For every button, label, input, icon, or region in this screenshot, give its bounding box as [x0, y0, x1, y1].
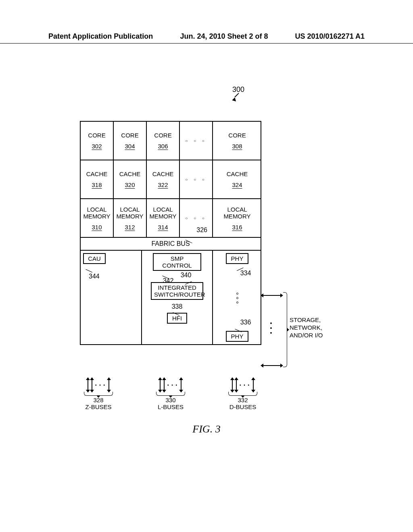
cache-322: CACHE322 — [147, 160, 180, 198]
header-center: Jun. 24, 2010 Sheet 2 of 8 — [180, 32, 268, 41]
col-phy: PHY 334 336 PHY — [213, 251, 261, 344]
header-right: US 2010/0162271 A1 — [295, 32, 365, 41]
core-ellipsis: ○ ○ ○ — [180, 122, 213, 160]
cau-box: CAU — [83, 253, 106, 264]
cache-ellipsis: ○ ○ ○ — [180, 160, 213, 198]
phy-top-arrow — [263, 295, 281, 296]
chip-diagram: CORE302 CORE304 CORE306 ○ ○ ○ CORE308 CA… — [80, 121, 261, 345]
cache-324: CACHE324 — [213, 160, 261, 198]
mem-310: LOCAL MEMORY310 — [81, 199, 114, 237]
core-306: CORE306 — [147, 122, 180, 160]
bottom-section: CAU 344 SMP CONTROL 340 342 INTEGRATED S… — [81, 251, 261, 344]
ext-ellipsis — [270, 322, 272, 334]
col-mid: SMP CONTROL 340 342 INTEGRATED SWITCH/RO… — [142, 251, 213, 344]
ref-326: 326 — [196, 227, 207, 234]
cache-row: CACHE318 CACHE320 CACHE322 ○ ○ ○ CACHE32… — [81, 160, 261, 199]
page-header: Patent Application Publication Jun. 24, … — [0, 32, 413, 44]
buses: • • • 328 Z-BUSES • • • 330 L-BUSES • • … — [80, 379, 261, 410]
core-304: CORE304 — [114, 122, 147, 160]
figure-caption: FIG. 3 — [0, 423, 413, 435]
ext-brace — [283, 292, 287, 367]
l-buses: • • • 330 L-BUSES — [156, 379, 185, 410]
phy-bot-arrow — [263, 365, 281, 366]
mem-316: LOCAL MEMORY316 — [213, 199, 261, 237]
core-row: CORE302 CORE304 CORE306 ○ ○ ○ CORE308 — [81, 122, 261, 160]
header-left: Patent Application Publication — [48, 32, 153, 41]
smp-box: SMP CONTROL — [153, 253, 201, 271]
ref-300-leader — [234, 94, 240, 99]
isr-box: INTEGRATED SWITCH/ROUTER — [151, 282, 203, 300]
ref-336: 336 — [240, 319, 251, 326]
fabric-bus: FABRIC BUS 326 — [81, 238, 261, 251]
cache-320: CACHE320 — [114, 160, 147, 198]
mem-312: LOCAL MEMORY312 — [114, 199, 147, 237]
col-cau: CAU 344 — [81, 251, 142, 344]
phy-bot-box: PHY — [226, 331, 248, 342]
core-302: CORE302 — [81, 122, 114, 160]
ref-344: 344 — [89, 273, 139, 280]
phy-top-box: PHY — [226, 253, 248, 264]
phy-ellipsis — [236, 293, 238, 303]
ext-label: STORAGE, NETWORK, AND/OR I/O — [290, 316, 323, 339]
cache-318: CACHE318 — [81, 160, 114, 198]
memory-row: LOCAL MEMORY310 LOCAL MEMORY312 LOCAL ME… — [81, 199, 261, 238]
ref-334: 334 — [240, 270, 251, 277]
d-buses: • • • 332 D-BUSES — [228, 379, 257, 410]
core-308: CORE308 — [213, 122, 261, 160]
mem-314: LOCAL MEMORY314 — [147, 199, 180, 237]
z-buses: • • • 328 Z-BUSES — [84, 379, 113, 410]
